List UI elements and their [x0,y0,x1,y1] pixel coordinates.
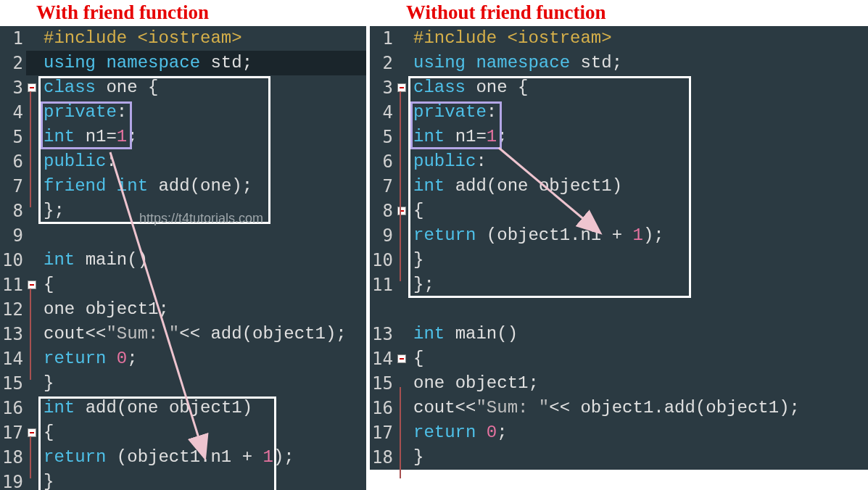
code-content[interactable]: class one { [38,75,158,100]
code-content[interactable]: } [38,470,54,490]
fold-gutter [26,297,38,322]
code-line[interactable]: 18} [370,445,868,470]
code-content[interactable]: { [38,420,54,445]
fold-icon[interactable] [397,207,406,215]
fold-icon[interactable] [28,428,36,437]
fold-gutter[interactable] [396,75,408,100]
code-line[interactable]: 11{ [0,273,366,297]
code-line[interactable]: 10} [370,248,868,273]
code-line[interactable]: 11}; [370,273,868,297]
code-content[interactable]: class one { [408,75,528,100]
code-content[interactable]: } [38,371,54,396]
code-content[interactable]: cout<<"Sum: "<< add(object1); [38,322,347,346]
line-number: 16 [0,396,26,420]
fold-gutter[interactable] [26,273,38,297]
code-content[interactable]: private: [38,100,127,125]
code-content[interactable]: } [408,445,423,470]
fold-gutter [26,470,38,490]
code-content[interactable]: int main() [408,322,518,346]
line-number: 17 [370,420,396,445]
code-line[interactable]: 7friend int add(one); [0,174,366,199]
fold-icon[interactable] [397,83,406,92]
code-content[interactable]: int add(one object1) [408,174,622,199]
fold-guide [30,436,31,478]
line-number: 15 [0,371,26,396]
code-content[interactable]: int n1=1; [408,125,508,149]
code-line[interactable]: 1#include <iostream> [0,26,366,51]
fold-gutter [26,149,38,174]
code-line[interactable]: 13cout<<"Sum: "<< add(object1); [0,322,366,346]
code-content[interactable]: { [408,346,423,371]
code-line[interactable]: 1#include <iostream> [370,26,868,51]
fold-gutter[interactable] [26,75,38,100]
code-line[interactable]: 3class one { [370,75,868,100]
code-line[interactable]: 4private: [0,100,366,125]
code-content[interactable]: }; [38,199,65,223]
fold-gutter [26,174,38,199]
code-content[interactable]: return 0; [38,346,138,371]
fold-icon[interactable] [28,281,36,289]
line-number: 9 [0,223,26,248]
code-content[interactable]: int add(one object1) [38,396,252,420]
fold-gutter [396,149,408,174]
code-content[interactable]: int n1=1; [38,125,138,149]
code-line[interactable]: 5int n1=1; [0,125,366,149]
code-content[interactable]: { [38,273,54,297]
code-content[interactable]: }; [408,273,434,297]
code-line[interactable]: 19} [0,470,366,490]
line-number: 1 [0,26,26,51]
fold-icon[interactable] [397,354,406,363]
line-number: 16 [370,396,396,420]
code-line[interactable]: 14return 0; [0,346,366,371]
line-number: 4 [370,100,396,125]
code-content[interactable]: private: [408,100,497,125]
fold-gutter[interactable] [396,199,408,223]
code-line[interactable]: 6public: [370,149,868,174]
code-line[interactable]: 17{ [0,420,366,445]
code-editor-left[interactable]: https://t4tutorials.com 1#include <iostr… [0,26,366,490]
code-line[interactable]: 12one object1; [0,297,366,322]
fold-gutter [396,322,408,346]
code-content[interactable]: public: [408,149,487,174]
code-line[interactable]: 6public: [0,149,366,174]
code-content[interactable]: } [408,248,423,273]
code-content[interactable]: friend int add(one); [38,174,252,199]
code-line[interactable]: 8{ [370,199,868,223]
code-editor-right[interactable]: 1#include <iostream>2using namespace std… [370,26,868,470]
code-line[interactable]: 15one object1; [370,371,868,396]
code-content[interactable]: using namespace std; [38,51,252,75]
code-content[interactable]: int main() [38,248,148,273]
fold-gutter[interactable] [26,420,38,445]
fold-gutter [26,100,38,125]
code-line[interactable]: 5int n1=1; [370,125,868,149]
code-line[interactable]: 9return (object1.n1 + 1); [370,223,868,248]
code-line[interactable]: 7int add(one object1) [370,174,868,199]
code-line[interactable]: 10int main() [0,248,366,273]
code-line[interactable]: 2using namespace std; [370,51,868,75]
code-line[interactable]: 17return 0; [370,420,868,445]
code-content[interactable]: return 0; [408,420,508,445]
code-content[interactable]: #include <iostream> [408,26,612,51]
fold-gutter[interactable] [396,346,408,371]
line-number: 18 [0,445,26,470]
code-content[interactable]: one object1; [408,371,539,396]
code-line[interactable]: 13int main() [370,322,868,346]
code-content[interactable]: return (object1.n1 + 1); [408,223,664,248]
code-line[interactable]: 18return (object1.n1 + 1); [0,445,366,470]
code-line[interactable]: 4private: [370,100,868,125]
fold-icon[interactable] [28,83,36,92]
code-content[interactable]: cout<<"Sum: "<< object1.add(object1); [408,396,800,420]
code-line[interactable]: 15} [0,371,366,396]
code-content[interactable]: return (object1.n1 + 1); [38,445,294,470]
code-content[interactable]: one object1; [38,297,169,322]
code-line[interactable]: 16int add(one object1) [0,396,366,420]
code-content[interactable]: #include <iostream> [38,26,242,51]
code-line[interactable]: 14{ [370,346,868,371]
fold-gutter [26,223,38,248]
code-line[interactable]: 3class one { [0,75,366,100]
code-content[interactable]: { [408,199,423,223]
code-content[interactable]: public: [38,149,117,174]
code-line[interactable]: 16cout<<"Sum: "<< object1.add(object1); [370,396,868,420]
code-content[interactable]: using namespace std; [408,51,622,75]
code-line[interactable]: 2using namespace std; [0,51,366,75]
